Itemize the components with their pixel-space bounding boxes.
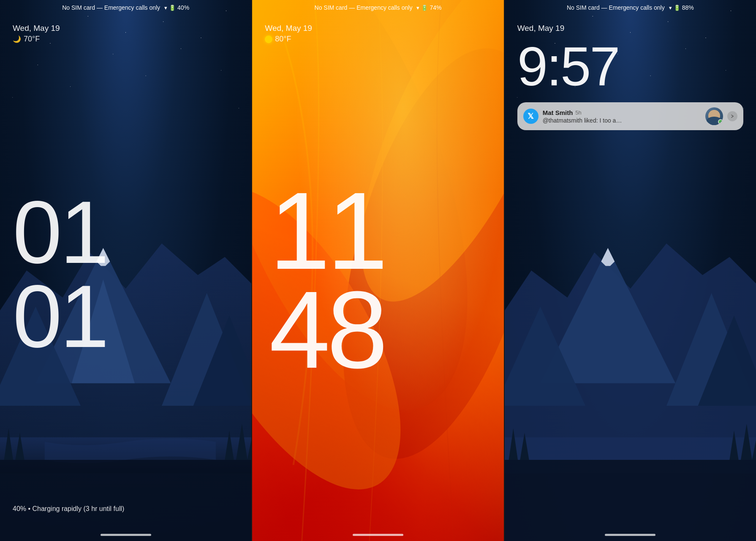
battery-icon-left: 🔋	[169, 5, 176, 11]
home-bar-right	[605, 534, 655, 536]
notif-header: Mat Smith 5h	[543, 109, 701, 116]
lock-content-center: Wed, May 19 80°F 11 48	[252, 11, 503, 534]
battery-pct-left: 40%	[177, 4, 189, 11]
date-center: Wed, May 19	[265, 24, 491, 33]
date-text-right: Wed, May 19	[517, 24, 743, 33]
home-indicator-right[interactable]	[505, 534, 756, 541]
status-text-left: No SIM card — Emergency calls only	[62, 4, 160, 11]
status-icons-right: ▾ 🔋 88%	[669, 4, 694, 11]
home-indicator-left[interactable]	[0, 534, 251, 541]
clock-center: 11 48	[265, 44, 491, 517]
battery-pct-center: 74%	[430, 4, 441, 11]
status-icons-left: ▾ 🔋 40%	[164, 4, 189, 11]
twitter-icon: 𝕏	[528, 112, 534, 121]
lock-content-left: Wed, May 19 🌙 70°F 01 01 40% • Charging …	[0, 11, 251, 534]
home-indicator-center[interactable]	[252, 534, 503, 541]
notif-sender: Mat Smith	[543, 109, 573, 116]
weather-left: 🌙 70°F	[13, 35, 239, 44]
battery-icon-right: 🔋	[674, 5, 680, 11]
date-left: Wed, May 19	[13, 24, 239, 33]
home-bar-left	[101, 534, 151, 536]
notif-time: 5h	[575, 109, 581, 116]
clock-minute-left: 01	[13, 274, 107, 359]
clock-hour-left: 01	[13, 190, 107, 275]
wifi-icon-left: ▾	[164, 5, 167, 11]
notif-app-icon-twitter: 𝕏	[523, 109, 538, 124]
date-weather-center: Wed, May 19 80°F	[265, 24, 491, 44]
temp-center: 80°F	[275, 35, 291, 44]
phone-panel-center: No SIM card — Emergency calls only ▾ 🔋 7…	[251, 0, 503, 541]
charging-text-left: 40% • Charging rapidly (3 hr until full)	[13, 505, 239, 517]
moon-icon-left: 🌙	[13, 35, 21, 43]
temp-left: 70°F	[24, 35, 40, 44]
notification-card[interactable]: 𝕏 Mat Smith 5h @thatmatsmith liked: I to…	[517, 102, 743, 130]
clock-minute-center: 48	[269, 280, 384, 379]
status-bar-left: No SIM card — Emergency calls only ▾ 🔋 4…	[0, 0, 251, 11]
status-text-center: No SIM card — Emergency calls only	[315, 4, 413, 11]
clock-time-right: 9:57	[517, 39, 743, 94]
lock-content-right: Wed, May 19 9:57 𝕏 Mat Smith 5h @thatmat…	[505, 11, 756, 534]
clock-hour-center: 11	[269, 181, 384, 280]
notif-body: Mat Smith 5h @thatmatsmith liked: I too …	[543, 109, 701, 124]
date-right: Wed, May 19	[517, 24, 743, 35]
battery-pct-right: 88%	[682, 4, 694, 11]
battery-icon-center: 🔋	[421, 5, 428, 11]
wifi-icon-right: ▾	[669, 5, 672, 11]
sun-icon-center	[265, 36, 272, 43]
date-weather-left: Wed, May 19 🌙 70°F	[13, 24, 239, 44]
phone-panel-left: No SIM card — Emergency calls only ▾ 🔋 4…	[0, 0, 251, 541]
weather-center: 80°F	[265, 35, 491, 44]
avatar-online-indicator	[718, 119, 723, 124]
home-bar-center	[353, 534, 403, 536]
notif-avatar	[705, 107, 723, 125]
clock-left: 01 01	[13, 44, 239, 505]
status-bar-right: No SIM card — Emergency calls only ▾ 🔋 8…	[505, 0, 756, 11]
notif-chevron-icon[interactable]	[727, 111, 737, 121]
status-icons-center: ▾ 🔋 74%	[416, 4, 441, 11]
status-bar-center: No SIM card — Emergency calls only ▾ 🔋 7…	[252, 0, 503, 11]
phone-panel-right: No SIM card — Emergency calls only ▾ 🔋 8…	[504, 0, 756, 541]
clock-right: 9:57	[517, 39, 743, 94]
wifi-icon-center: ▾	[416, 5, 419, 11]
status-text-right: No SIM card — Emergency calls only	[567, 4, 665, 11]
notif-message: @thatmatsmith liked: I too a…	[543, 117, 701, 124]
